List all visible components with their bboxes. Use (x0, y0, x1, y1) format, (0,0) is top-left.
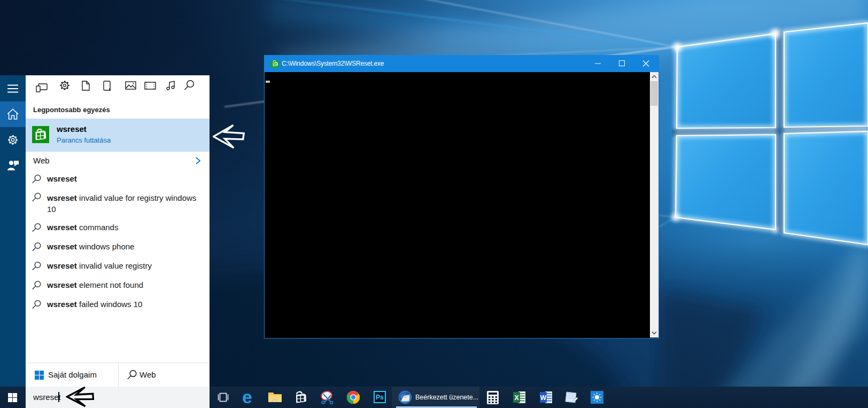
svg-text:X: X (514, 394, 519, 402)
svg-text:W: W (540, 394, 547, 402)
